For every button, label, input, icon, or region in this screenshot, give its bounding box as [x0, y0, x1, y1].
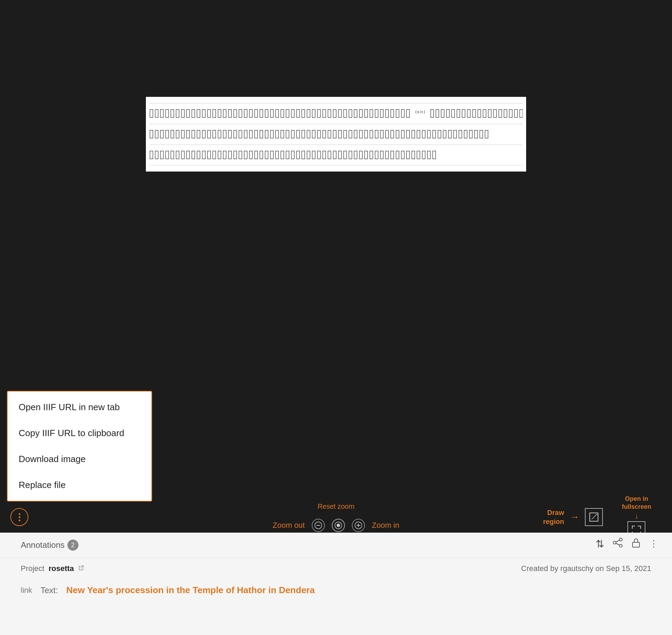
project-prefix: Project: [21, 564, 44, 573]
link-label[interactable]: link: [21, 586, 32, 595]
svg-point-9: [619, 538, 622, 541]
zoom-target-button[interactable]: [332, 519, 345, 532]
share-icon[interactable]: [613, 537, 623, 550]
fullscreen-down-arrow-icon: ↓: [635, 512, 638, 521]
draw-region-label: Drawregion: [543, 508, 564, 526]
external-link-icon[interactable]: [78, 565, 84, 573]
hieroglyph-row-1: 𓀬𓃡𓂺𓄀𓄈𓉐𓀔𓀫𓀦𓂀𓀯𓂤𓂧𓂫𓂭𓂯𓂱𓂽𓃂𓃅𓃗𓃠𓃥𓃲𓃼𓄈𓄏𓄖𓄡𓄫𓄱𓄽𓅃𓅇𓅈𓅋𓅚𓅛𓅝𓅡…: [149, 103, 523, 124]
svg-rect-14: [633, 542, 640, 547]
image-viewer: 𓀬𓃡𓂺𓄀𓄈𓉐𓀔𓀫𓀦𓂀𓀯𓂤𓂧𓂫𓂭𓂯𓂱𓂽𓃂𓃅𓃗𓃠𓃥𓃲𓃼𓄈𓄏𓄖𓄡𓄫𓄱𓄽𓅃𓅇𓅈𓅋𓅚𓅛𓅝𓅡…: [0, 0, 672, 533]
zoom-out-button[interactable]: [312, 519, 325, 532]
bottom-more-icon[interactable]: ⋮: [649, 539, 658, 549]
zoom-in-label: Zoom in: [372, 521, 399, 530]
created-info-text: Created by rgautschy on Sep 15, 2021: [521, 564, 651, 573]
context-menu: Open IIIF URL in new tab Copy IIIF URL t…: [7, 391, 152, 501]
replace-file-button[interactable]: Replace file: [8, 472, 151, 498]
draw-region-area: Drawregion →: [543, 508, 603, 526]
hieroglyph-row-3: 𓀬𓃡𓂺𓄀𓄈𓉐𓀔𓀫𓀦𓂀𓀯𓂤𓂧𓂫𓂭𓂯𓂱𓂽𓃂𓃅𓃗𓃠𓃥𓃲𓃼𓄈𓄏𓄖𓄡𓄫𓄱𓄽𓅃𓅇𓅈𓅋𓅚𓅛𓅝𓅡…: [149, 145, 523, 166]
svg-line-13: [616, 543, 619, 545]
svg-line-8: [592, 514, 597, 519]
description-text: New Year's procession in the Temple of H…: [66, 585, 315, 596]
info-row: Project rosetta Created by rgautschy on …: [0, 558, 672, 579]
sort-icon[interactable]: ⇅: [596, 538, 604, 550]
svg-point-10: [613, 541, 616, 544]
open-iiif-button[interactable]: Open IIIF URL in new tab: [8, 394, 151, 420]
draw-region-button[interactable]: [585, 508, 603, 526]
copy-iiif-button[interactable]: Copy IIIF URL to clipboard: [8, 420, 151, 446]
project-name-text: rosetta: [48, 564, 74, 573]
hieroglyph-row-2: 𓀬𓃡𓂺𓄀𓄈𓉐𓀔𓀫𓀦𓂀𓀯𓂤𓂧𓂫𓂭𓂯𓂱𓂽𓃂𓃅𓃗𓃠𓃥𓃲𓃼𓄈𓄏𓄖𓄡𓄫𓄱𓄽𓅃𓅇𓅈𓅋𓅚𓅛𓅝𓅡…: [149, 124, 523, 145]
description-prefix: Text:: [40, 586, 58, 595]
zoom-controls: Zoom out: [273, 513, 399, 532]
open-fullscreen-label: Open infullscreen: [622, 495, 651, 511]
viewer-controls-bar: Reset zoom Zoom out: [0, 501, 672, 533]
draw-region-arrow-icon: →: [570, 512, 579, 523]
annotations-tab-label: Annotations: [21, 540, 65, 550]
download-image-button[interactable]: Download image: [8, 446, 151, 472]
annotations-count-badge: 2: [67, 540, 78, 551]
annotations-tab[interactable]: Annotations 2: [0, 533, 672, 558]
svg-point-3: [337, 524, 340, 527]
zoom-out-label: Zoom out: [273, 521, 305, 530]
zoom-in-button[interactable]: [352, 519, 365, 532]
sic-annotation: (sic): [415, 110, 426, 114]
svg-point-11: [619, 544, 622, 547]
reset-zoom-label[interactable]: Reset zoom: [318, 503, 355, 510]
svg-point-2: [335, 522, 342, 529]
hieroglyph-display: 𓀬𓃡𓂺𓄀𓄈𓉐𓀔𓀫𓀦𓂀𓀯𓂤𓂧𓂫𓂭𓂯𓂱𓂽𓃂𓃅𓃗𓃠𓃥𓃲𓃼𓄈𓄏𓄖𓄡𓄫𓄱𓄽𓅃𓅇𓅈𓅋𓅚𓅛𓅝𓅡…: [146, 97, 526, 172]
svg-line-12: [616, 540, 619, 542]
project-name-link[interactable]: rosetta: [48, 564, 74, 573]
more-options-button[interactable]: [10, 508, 28, 526]
more-options-dots-icon: [19, 513, 20, 521]
bottom-toolbar: ⇅ ⋮: [596, 537, 658, 550]
bottom-panel: ⇅ ⋮ Annotations 2 Project rosetta: [0, 533, 672, 635]
lock-icon[interactable]: [631, 537, 641, 550]
description-row: link Text: New Year's procession in the …: [0, 579, 672, 601]
